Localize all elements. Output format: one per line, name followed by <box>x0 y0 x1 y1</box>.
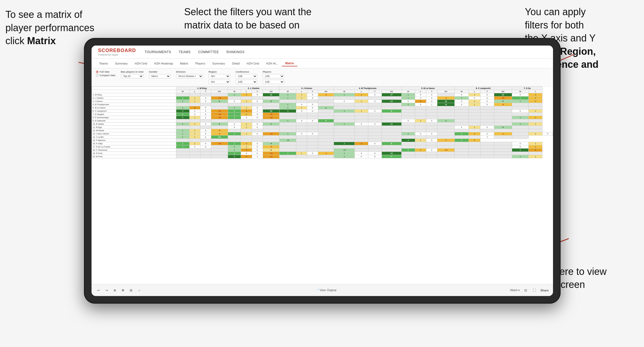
matrix-cell: 0 <box>368 152 382 155</box>
matrix-cell: 11 <box>437 103 455 106</box>
tab-teams[interactable]: Teams <box>96 61 111 66</box>
matrix-cell <box>263 97 279 100</box>
matrix-cell: 0 <box>200 123 211 126</box>
matrix-cell: 9 <box>318 119 334 123</box>
tab-h2h-heatmap[interactable]: H2H Heatmap <box>151 61 176 66</box>
matrix-cell: -16 <box>211 110 228 113</box>
tab-matrix-active[interactable]: Matrix <box>282 60 297 66</box>
matrix-cell <box>279 113 296 116</box>
matrix-cell: 1 <box>279 132 296 136</box>
matrix-cell <box>263 129 279 132</box>
matrix-cell: 0 <box>307 132 318 136</box>
conference-filter: Conference (All) (All) <box>236 70 257 84</box>
matrix-cell <box>355 129 368 132</box>
matrix-cell: 2 <box>228 116 241 119</box>
matrix-cell: 1 <box>469 100 480 103</box>
nav-teams[interactable]: TEAMS <box>179 49 191 55</box>
matrix-cell: 2 <box>211 100 228 103</box>
matrix-cell <box>241 136 252 139</box>
region-select-y[interactable]: N/A <box>209 80 230 84</box>
matrix-cell <box>318 100 334 103</box>
matrix-cell: 0 <box>480 126 494 129</box>
compact-view-option[interactable]: Compact View <box>96 74 115 77</box>
gender-select[interactable]: Men's <box>149 74 171 78</box>
matrix-cell: 1 <box>401 103 415 106</box>
col-dif-1: Dif <box>211 90 228 93</box>
undo-button[interactable]: ↩ <box>96 288 101 293</box>
matrix-cell <box>355 103 368 106</box>
matrix-cell: 0 <box>252 132 263 136</box>
player-name-cell: 14. J Lundin <box>92 136 176 139</box>
matrix-cell: 0 <box>355 123 368 126</box>
tab-h2h-hi[interactable]: H2H Hi... <box>263 61 282 66</box>
table-row: 11. M Ege0100104 <box>92 126 553 129</box>
matrix-cell <box>296 155 307 158</box>
matrix-cell <box>296 129 307 132</box>
players-select-y[interactable]: (All) <box>263 80 284 84</box>
matrix-cell: -16 <box>211 97 228 100</box>
full-view-radio[interactable] <box>96 70 99 73</box>
table-row: 10. B Valdes110101011001111 <box>92 123 553 126</box>
matrix-cell <box>529 129 542 132</box>
share-button[interactable]: Share <box>540 289 549 292</box>
tool5-button[interactable]: ⊞ <box>128 288 134 293</box>
matrix-cell <box>318 97 334 100</box>
tab-detail[interactable]: Detail <box>229 61 243 66</box>
tab-summary[interactable]: Summary <box>112 61 131 66</box>
division-select[interactable]: NCAA Division I <box>176 74 203 78</box>
matrix-cell <box>454 106 469 110</box>
matrix-cell <box>426 155 437 158</box>
matrix-cell: 3 <box>355 142 368 145</box>
max-players-select[interactable]: Top 25 <box>121 74 144 78</box>
matrix-cell <box>318 149 334 152</box>
matrix-cell: 0 <box>296 103 307 106</box>
players-select-x[interactable]: (All) <box>263 74 284 78</box>
conference-select-y[interactable]: (All) <box>236 80 257 84</box>
tab-h2h-grid2[interactable]: H2H Grid <box>243 61 262 66</box>
matrix-cell: 0 <box>307 93 318 97</box>
col-l-1: L <box>189 90 200 93</box>
fullscreen-button[interactable]: ⛶ <box>532 288 537 293</box>
redo-button[interactable]: ↪ <box>104 288 109 293</box>
matrix-cell <box>469 142 480 145</box>
matrix-cell <box>415 142 426 145</box>
matrix-cell: 0 <box>200 142 211 145</box>
matrix-cell <box>241 103 252 106</box>
nav-rankings[interactable]: RANKINGS <box>226 49 245 55</box>
tab-matrix-sub[interactable]: Matrix <box>177 61 191 66</box>
matrix-cell <box>334 139 355 142</box>
tab-h2h-grid[interactable]: H2H Grid <box>131 61 150 66</box>
matrix-cell <box>228 129 241 132</box>
watch-button[interactable]: Watch ▾ <box>510 289 520 292</box>
nav-tournaments[interactable]: TOURNAMENTS <box>145 49 171 55</box>
matrix-cell <box>368 149 382 152</box>
tab-summary2[interactable]: Summary <box>209 61 228 66</box>
tool6-button[interactable]: ○ <box>136 288 142 293</box>
matrix-cell: 1 <box>176 106 189 110</box>
region-select-x[interactable]: N/A <box>209 74 230 78</box>
compact-view-radio[interactable] <box>96 74 99 77</box>
matrix-cell <box>200 93 211 97</box>
tab-players[interactable]: Players <box>192 61 209 66</box>
matrix-cell: 0 <box>512 142 529 145</box>
full-view-option[interactable]: Full View <box>96 70 115 73</box>
conference-select-x[interactable]: (All) <box>236 74 257 78</box>
matrix-area[interactable]: 1. W Ding 2. L Clanton 3. J Koivun 4. M … <box>92 86 553 296</box>
matrix-cell: -1 <box>494 132 512 136</box>
matrix-cell <box>200 103 211 106</box>
matrix-cell <box>494 136 512 139</box>
tool4-button[interactable]: ✥ <box>120 288 126 293</box>
nav-committee[interactable]: COMMITTEE <box>198 49 219 55</box>
matrix-cell <box>454 123 469 126</box>
matrix-cell <box>480 116 494 119</box>
table-row: 5. M La Sasso1501101101 <box>92 106 553 110</box>
matrix-cell <box>415 152 426 155</box>
tool3-button[interactable]: ⊕ <box>112 288 118 293</box>
matrix-cell <box>494 110 512 113</box>
bottom-left-tools: ↩ ↪ ⊕ ✥ ⊞ ○ <box>96 288 142 293</box>
matrix-cell: 1 <box>241 100 252 103</box>
matrix-cell <box>318 103 334 106</box>
matrix-cell <box>494 123 512 126</box>
matrix-cell: 3 <box>334 142 355 145</box>
layout-button[interactable]: ⊟ <box>523 288 528 293</box>
